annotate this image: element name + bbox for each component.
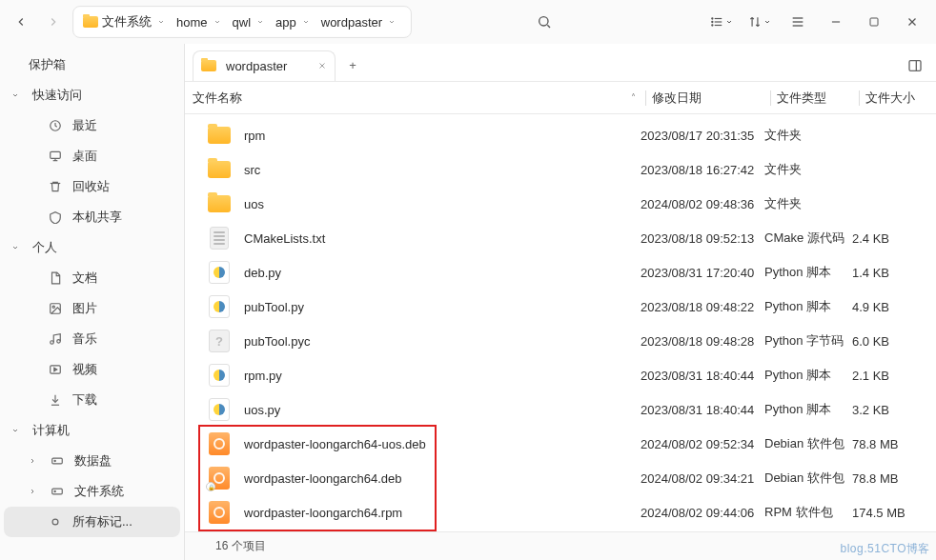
column-name-header[interactable]: 文件名称 ˄: [185, 90, 645, 107]
file-row[interactable]: rpm2023/08/17 20:31:35文件夹: [193, 118, 928, 152]
sort-indicator-icon: ˄: [631, 92, 636, 103]
file-name: rpm.py: [244, 369, 282, 383]
file-row[interactable]: wordpaster-loongarch64.rpm2024/08/02 09:…: [193, 495, 928, 530]
breadcrumb-item[interactable]: wordpaster: [317, 13, 401, 31]
sidebar-item[interactable]: 回收站: [4, 171, 180, 202]
window-minimize-button[interactable]: [820, 6, 852, 38]
file-size: 78.8 MB: [852, 471, 928, 486]
breadcrumb-item[interactable]: 文件系统: [79, 11, 171, 32]
column-size-header[interactable]: 文件大小: [860, 90, 936, 107]
window-maximize-button[interactable]: [858, 6, 890, 38]
file-row[interactable]: src2023/08/18 16:27:42文件夹: [193, 152, 928, 187]
sidebar-item-label: 所有标记...: [72, 513, 132, 530]
sidebar-item-safebox[interactable]: 保护箱: [4, 50, 180, 80]
file-row[interactable]: 🔒wordpaster-loongarch64.deb2024/08/02 09…: [193, 461, 928, 495]
sidebar-section-title: 个人: [32, 239, 57, 256]
svg-point-5: [712, 21, 713, 22]
sidebar-item[interactable]: 最近: [4, 110, 180, 141]
file-date: 2023/08/18 09:48:22: [641, 300, 764, 314]
file-row[interactable]: pubTool.py2023/08/18 09:48:22Python 脚本4.…: [193, 290, 928, 324]
file-type: 文件夹: [764, 161, 852, 178]
column-name-label: 文件名称: [193, 90, 242, 107]
svg-point-27: [52, 519, 58, 525]
file-row[interactable]: wordpaster-loongarch64-uos.deb2024/08/02…: [193, 427, 928, 461]
file-date: 2023/08/31 18:40:44: [641, 369, 764, 383]
tab-active[interactable]: wordpaster: [193, 50, 336, 81]
file-row[interactable]: uos.py2023/08/31 18:40:44Python 脚本3.2 KB: [193, 392, 928, 427]
sidebar-label: 保护箱: [29, 56, 66, 73]
file-size: 4.9 KB: [852, 300, 928, 314]
sidebar-item[interactable]: 文件系统: [4, 476, 180, 507]
image-icon: [48, 301, 63, 316]
column-date-header[interactable]: 修改日期: [646, 90, 770, 107]
svg-point-21: [57, 340, 61, 344]
search-button[interactable]: [528, 6, 560, 38]
python-file-icon: [208, 261, 231, 284]
file-name: uos.py: [244, 403, 280, 417]
sidebar-item[interactable]: 图片: [4, 293, 180, 324]
toolbar: 文件系统homeqwlappwordpaster: [0, 0, 936, 44]
sidebar-item-label: 回收站: [72, 178, 110, 195]
desktop-icon: [48, 149, 63, 164]
sidebar-item[interactable]: 下载: [4, 385, 180, 415]
file-row[interactable]: uos2024/08/02 09:48:36文件夹: [193, 187, 928, 221]
folder-icon: [83, 16, 98, 28]
file-row[interactable]: rpm.py2023/08/31 18:40:44Python 脚本2.1 KB: [193, 358, 928, 392]
file-row[interactable]: deb.py2023/08/31 17:20:40Python 脚本1.4 KB: [193, 255, 928, 290]
svg-point-4: [712, 18, 713, 19]
file-row[interactable]: ?pubTool.pyc2023/08/18 09:48:28Python 字节…: [193, 324, 928, 358]
sidebar-item[interactable]: 文档: [4, 263, 180, 293]
breadcrumb-label: app: [275, 15, 296, 30]
file-date: 2023/08/17 20:31:35: [641, 129, 764, 143]
file-type: RPM 软件包: [764, 504, 852, 521]
sidebar-section-header[interactable]: 快速访问: [4, 80, 180, 110]
nav-back-button[interactable]: [8, 9, 34, 35]
tab-close-button[interactable]: [317, 61, 327, 70]
file-size: 78.8 MB: [852, 437, 928, 451]
menu-button[interactable]: [782, 6, 814, 38]
file-type: CMake 源代码: [764, 230, 852, 247]
breadcrumb-item[interactable]: qwl: [229, 13, 271, 31]
sidebar-item[interactable]: 视频: [4, 354, 180, 385]
sidebar-item-label: 文档: [72, 270, 97, 287]
tag-icon: [48, 514, 63, 530]
sidebar-item-label: 数据盘: [74, 452, 112, 470]
text-file-icon: [208, 227, 231, 250]
file-row[interactable]: CMakeLists.txt2023/08/18 09:52:13CMake 源…: [193, 221, 928, 255]
svg-point-19: [52, 306, 54, 308]
file-list[interactable]: rpm2023/08/17 20:31:35文件夹src2023/08/18 1…: [185, 114, 936, 531]
video-icon: [48, 362, 63, 377]
sort-button[interactable]: [743, 6, 776, 38]
nav-forward-button[interactable]: [40, 9, 67, 35]
file-date: 2024/08/02 09:48:36: [641, 197, 764, 211]
sidebar-item[interactable]: 本机共享: [4, 202, 180, 232]
breadcrumb-item[interactable]: app: [272, 13, 315, 31]
sidebar-item-label: 桌面: [72, 148, 97, 165]
breadcrumb: 文件系统homeqwlappwordpaster: [72, 6, 412, 38]
sidebar-section-header[interactable]: 计算机: [4, 415, 180, 446]
file-type: Python 脚本: [764, 401, 852, 418]
file-type: Debian 软件包: [764, 435, 852, 452]
window-close-button[interactable]: [896, 6, 928, 38]
package-file-icon: [208, 432, 231, 455]
sidebar-item-label: 文件系统: [74, 483, 124, 500]
folder-icon: [208, 158, 231, 181]
breadcrumb-item[interactable]: home: [173, 13, 227, 31]
trash-icon: [48, 179, 63, 194]
sidebar-item[interactable]: 桌面: [4, 141, 180, 171]
file-date: 2023/08/18 16:27:42: [641, 163, 764, 177]
sidebar-item[interactable]: 数据盘: [4, 446, 180, 476]
doc-icon: [48, 270, 63, 286]
sidebar-item[interactable]: 所有标记...: [4, 507, 180, 537]
column-type-header[interactable]: 文件类型: [771, 90, 859, 107]
file-date: 2024/08/02 09:52:34: [641, 437, 764, 451]
side-panel-toggle[interactable]: [902, 52, 928, 79]
sidebar-item[interactable]: 音乐: [4, 324, 180, 354]
sidebar-section-header[interactable]: 个人: [4, 232, 180, 263]
svg-point-0: [539, 17, 548, 26]
new-tab-button[interactable]: +: [339, 52, 366, 79]
view-mode-button[interactable]: [705, 6, 738, 38]
svg-rect-11: [870, 18, 878, 26]
disk-icon: [50, 453, 65, 469]
status-text: 16 个项目: [215, 538, 266, 554]
